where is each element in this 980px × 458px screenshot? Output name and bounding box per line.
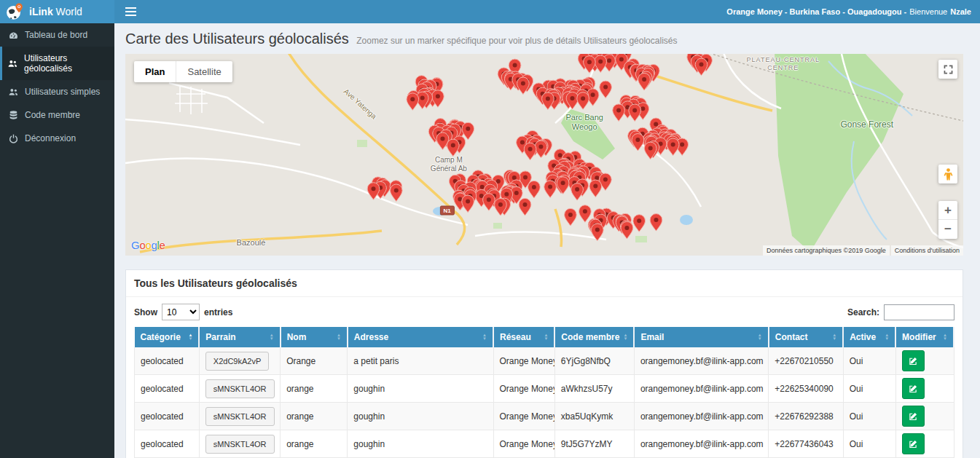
app-logo[interactable]: iLink World [0,0,114,23]
map-marker[interactable] [407,93,419,111]
cell-active: Oui [843,347,895,375]
google-logo[interactable]: Google [131,239,165,251]
user-name: Nzale [950,7,971,16]
cell-contact: +22625340090 [769,375,843,403]
map-marker[interactable] [644,142,656,159]
edit-button[interactable] [902,406,925,427]
cell-adresse: a petit paris [348,347,493,375]
pegman-button[interactable] [938,165,957,183]
sidebar-item-utilisateurs-simples[interactable]: Utilisateurs simples [0,80,114,103]
map-attribution: Données cartographiques ©2019 Google Con… [763,245,963,256]
cell-categorie: geolocated [135,375,200,403]
map-marker[interactable] [367,183,380,200]
sidebar-item-deconnexion[interactable]: Déconnexion [0,127,114,150]
sort-icon [188,333,192,341]
sidebar-toggle[interactable] [114,0,146,23]
database-icon [8,111,18,120]
attribution-terms-link[interactable]: Conditions d'utilisation [891,245,963,256]
edit-button[interactable] [902,378,925,399]
parrain-button[interactable]: X2dC9kA2vP [205,352,269,371]
parrain-button[interactable]: sMNSKTL4OR [205,379,275,398]
map-marker[interactable] [621,221,633,239]
sidebar-item-tableau-de-bord[interactable]: Tableau de bord [0,23,114,47]
table-controls: Show 10 entries Search: [134,304,954,320]
cell-email: orangemoney.bf@ilink-app.com [634,375,768,403]
map-marker[interactable] [462,195,474,213]
sidebar-item-utilisateurs-geolocalises[interactable]: Utilisateurs géolocalisés [0,47,114,80]
map-marker[interactable] [519,198,531,216]
map-marker[interactable] [632,134,644,151]
map-marker[interactable] [638,73,651,90]
map-marker[interactable] [667,138,679,156]
map-marker[interactable] [577,92,589,110]
cell-contact: +22670210550 [769,347,843,375]
sidebar-item-label: Code membre [25,110,80,120]
cell-email: orangemoney.bf@ilink-app.com [634,347,768,375]
map-marker[interactable] [565,208,577,226]
column-header-active[interactable]: Active [843,327,895,347]
map-marker[interactable] [528,181,541,198]
column-header-adresse[interactable]: Adresse [348,327,493,347]
map-marker[interactable] [650,214,662,232]
parrain-button[interactable]: sMNSKTL4OR [205,407,275,426]
power-icon [8,134,18,143]
edit-button[interactable] [902,433,925,454]
sidebar-item-label: Utilisateurs simples [25,87,100,97]
sidebar-item-code-membre[interactable]: Code membre [0,103,114,127]
greeting-text: Bienvenue [909,7,947,16]
fullscreen-button[interactable] [938,60,957,79]
map-marker[interactable] [391,184,403,202]
cell-categorie: geolocated [135,430,200,458]
sort-icon [832,333,836,341]
cell-contact: +22677436043 [769,430,843,458]
cell-parrain: sMNSKTL4OR [199,403,280,430]
table-row: geolocatedsMNSKTL4ORorangegoughinOrange … [135,430,954,458]
map-marker[interactable] [589,180,602,197]
hamburger-icon [125,11,136,12]
map-marker[interactable] [557,177,569,194]
page-subtitle: Zoomez sur un marker spécifique pour voi… [356,36,677,46]
column-header-code-membre[interactable]: Code membre [554,327,634,347]
app-title: iLink World [29,6,82,17]
column-header-parrain[interactable]: Parrain [199,327,280,347]
column-header-nom[interactable]: Nom [281,327,348,347]
search-input[interactable] [884,304,954,320]
context-text: Orange Money - Burkina Faso - Ouagadougo… [726,7,906,16]
globe-logo-icon [5,2,24,21]
map-marker[interactable] [544,181,557,198]
zoom-in-button[interactable]: + [938,201,957,220]
sort-icon [544,333,548,341]
map-marker[interactable] [524,143,536,160]
edit-button[interactable] [902,350,925,371]
map-marker[interactable] [633,215,646,232]
cell-adresse: goughin [348,375,493,403]
pegman-icon [944,168,953,181]
column-header-modifier[interactable]: Modifier [895,327,954,347]
edit-icon [909,412,917,421]
zoom-out-button[interactable]: − [938,220,957,239]
parrain-button[interactable]: sMNSKTL4OR [205,435,275,454]
entries-select[interactable]: 10 [162,304,200,320]
sort-icon [943,333,947,341]
map-marker[interactable] [579,205,592,223]
map-canvas[interactable]: PLATEAU-CENTRALCENTREParc BangWeogoGonse… [125,54,963,256]
column-header-contact[interactable]: Contact [769,327,843,347]
map-type-satellite[interactable]: Satellite [176,61,232,82]
column-header-email[interactable]: Email [634,327,768,347]
column-header-reseau[interactable]: Réseau [493,327,554,347]
map-marker[interactable] [600,81,612,98]
map-marker[interactable] [462,122,474,140]
map-marker[interactable] [613,104,625,122]
map-marker[interactable] [571,183,584,201]
map-marker[interactable] [483,194,495,211]
map-marker[interactable] [629,104,641,122]
cell-code: aWkhzsU57y [554,375,634,403]
column-header-categorie[interactable]: Catégorie [135,327,200,347]
edit-icon [909,384,917,393]
map-marker[interactable] [447,139,460,157]
map-marker[interactable] [592,224,604,241]
map-type-plan[interactable]: Plan [134,61,176,82]
map-marker[interactable] [436,133,449,150]
table-row: geolocatedsMNSKTL4ORorangegoughinOrange … [135,375,954,403]
column-label: Active [850,332,876,342]
